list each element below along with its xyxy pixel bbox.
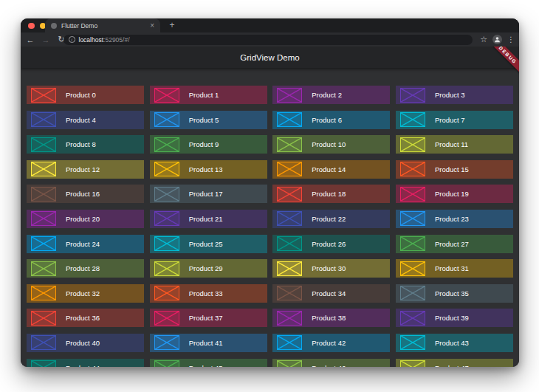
product-cell[interactable]: Product 24 — [27, 235, 144, 253]
product-cell[interactable]: Product 41 — [150, 334, 267, 352]
flutter-app-viewport: GridView Demo DEBUG Product 0Product 1Pr… — [21, 47, 519, 367]
product-label: Product 31 — [435, 264, 469, 272]
product-label: Product 20 — [66, 215, 100, 223]
address-bar[interactable]: i localhost :52905/#/ — [63, 35, 473, 45]
product-cell[interactable]: Product 3 — [396, 86, 513, 104]
product-cell[interactable]: Product 4 — [27, 111, 144, 129]
product-cell[interactable]: Product 2 — [272, 86, 390, 104]
image-placeholder-icon — [31, 360, 56, 367]
image-placeholder-icon — [277, 162, 302, 176]
product-label: Product 12 — [66, 165, 100, 173]
product-cell[interactable]: Product 34 — [272, 284, 390, 303]
product-label: Product 13 — [189, 165, 223, 173]
product-label: Product 43 — [435, 339, 469, 347]
product-cell[interactable]: Product 21 — [150, 210, 267, 228]
image-placeholder-icon — [400, 286, 425, 300]
product-label: Product 47 — [435, 364, 469, 367]
page-title: GridView Demo — [240, 53, 299, 62]
product-cell[interactable]: Product 9 — [150, 135, 267, 154]
product-cell[interactable]: Product 47 — [396, 359, 513, 367]
product-cell[interactable]: Product 13 — [150, 160, 267, 179]
product-cell[interactable]: Product 37 — [150, 309, 267, 327]
bookmark-star-icon[interactable]: ☆ — [480, 35, 487, 44]
product-cell[interactable]: Product 36 — [27, 309, 144, 327]
product-cell[interactable]: Product 19 — [396, 185, 513, 203]
product-cell[interactable]: Product 26 — [272, 235, 390, 253]
browser-window: Flutter Demo × + ← → ↻ i localhost :5290… — [21, 18, 519, 367]
image-placeholder-icon — [31, 211, 56, 226]
product-cell[interactable]: Product 40 — [27, 334, 144, 352]
product-cell[interactable]: Product 5 — [150, 111, 267, 129]
browser-menu-icon[interactable]: ⋮ — [507, 36, 515, 44]
browser-tab[interactable]: Flutter Demo × — [45, 18, 160, 32]
product-cell[interactable]: Product 20 — [27, 210, 144, 228]
product-cell[interactable]: Product 39 — [396, 309, 513, 327]
close-window-button[interactable] — [28, 23, 35, 30]
image-placeholder-icon — [154, 112, 179, 127]
profile-avatar-icon[interactable] — [492, 35, 502, 44]
product-cell[interactable]: Product 29 — [150, 259, 267, 278]
product-cell[interactable]: Product 44 — [27, 359, 144, 367]
product-label: Product 10 — [312, 140, 346, 148]
product-cell[interactable]: Product 1 — [150, 86, 267, 104]
image-placeholder-icon — [400, 335, 425, 350]
image-placeholder-icon — [277, 88, 302, 103]
image-placeholder-icon — [400, 88, 425, 103]
product-cell[interactable]: Product 11 — [396, 135, 513, 154]
image-placeholder-icon — [400, 236, 425, 251]
image-placeholder-icon — [277, 335, 302, 350]
product-label: Product 21 — [189, 215, 223, 223]
product-cell[interactable]: Product 46 — [272, 359, 390, 367]
toolbar-right-group: ☆ ⋮ — [480, 32, 515, 47]
product-cell[interactable]: Product 28 — [27, 259, 144, 278]
product-cell[interactable]: Product 12 — [27, 160, 144, 179]
image-placeholder-icon — [31, 261, 56, 276]
product-cell[interactable]: Product 8 — [27, 135, 144, 154]
image-placeholder-icon — [154, 162, 179, 176]
product-cell[interactable]: Product 22 — [272, 210, 390, 228]
product-label: Product 42 — [312, 339, 346, 347]
image-placeholder-icon — [277, 236, 302, 251]
image-placeholder-icon — [31, 137, 56, 152]
product-cell[interactable]: Product 38 — [272, 309, 390, 327]
product-cell[interactable]: Product 45 — [150, 359, 267, 367]
product-label: Product 29 — [189, 264, 223, 272]
product-cell[interactable]: Product 31 — [396, 259, 513, 278]
site-info-icon[interactable]: i — [69, 36, 75, 43]
product-cell[interactable]: Product 15 — [396, 160, 513, 179]
product-label: Product 44 — [66, 364, 100, 367]
product-label: Product 5 — [189, 116, 219, 124]
product-cell[interactable]: Product 32 — [27, 284, 144, 303]
product-cell[interactable]: Product 14 — [272, 160, 390, 179]
image-placeholder-icon — [277, 187, 302, 202]
product-label: Product 40 — [66, 339, 100, 347]
product-label: Product 19 — [435, 190, 469, 198]
product-cell[interactable]: Product 35 — [396, 284, 513, 303]
product-cell[interactable]: Product 6 — [272, 111, 390, 129]
product-cell[interactable]: Product 27 — [396, 235, 513, 253]
image-placeholder-icon — [31, 286, 56, 300]
image-placeholder-icon — [31, 162, 56, 176]
url-host: localhost — [79, 36, 104, 44]
product-cell[interactable]: Product 42 — [272, 334, 390, 352]
product-label: Product 27 — [435, 240, 469, 248]
product-cell[interactable]: Product 0 — [27, 86, 144, 104]
product-cell[interactable]: Product 7 — [396, 111, 513, 129]
product-cell[interactable]: Product 43 — [396, 334, 513, 352]
product-cell[interactable]: Product 17 — [150, 185, 267, 203]
new-tab-button[interactable]: + — [166, 20, 178, 32]
back-icon[interactable]: ← — [24, 35, 36, 44]
product-cell[interactable]: Product 10 — [272, 135, 390, 154]
tab-close-icon[interactable]: × — [150, 21, 154, 30]
product-cell[interactable]: Product 23 — [396, 210, 513, 228]
product-label: Product 2 — [312, 91, 342, 99]
product-cell[interactable]: Product 18 — [272, 185, 390, 203]
product-cell[interactable]: Product 25 — [150, 235, 267, 253]
product-cell[interactable]: Product 30 — [272, 259, 390, 278]
forward-icon[interactable]: → — [40, 35, 52, 44]
product-label: Product 30 — [312, 264, 346, 272]
product-cell[interactable]: Product 16 — [27, 185, 144, 203]
product-label: Product 37 — [189, 314, 223, 322]
product-cell[interactable]: Product 33 — [150, 284, 267, 303]
image-placeholder-icon — [31, 187, 56, 202]
